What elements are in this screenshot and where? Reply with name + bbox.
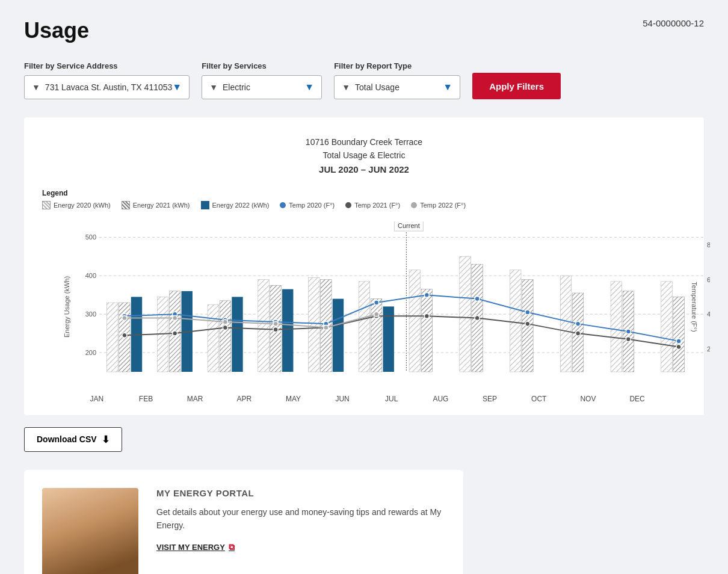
svg-point-62: [173, 331, 177, 336]
svg-rect-22: [208, 304, 218, 372]
svg-point-70: [576, 331, 581, 336]
svg-point-67: [424, 313, 429, 318]
svg-rect-27: [282, 289, 293, 371]
svg-point-61: [122, 333, 127, 338]
svg-rect-32: [371, 298, 381, 371]
svg-point-69: [525, 321, 530, 326]
legend-energy-2021: Energy 2021 (kWh): [122, 201, 190, 209]
filter-bar: Filter by Service Address ▼ 731 Lavaca S…: [24, 61, 704, 99]
legend-temp-2020: Temp 2020 (F°): [280, 201, 335, 209]
month-label: JAN: [73, 395, 121, 403]
portal-content: MY ENERGY PORTAL Get details about your …: [156, 488, 445, 552]
svg-point-73: [122, 315, 127, 320]
svg-point-54: [374, 300, 379, 305]
svg-text:40°: 40°: [707, 310, 710, 318]
legend-energy-2020: Energy 2020 (kWh): [42, 201, 111, 209]
filter-funnel-icon: ▼: [32, 82, 40, 92]
filter-report-type-select[interactable]: ▼ Total Usage ▼: [334, 75, 460, 99]
chevron-down-icon: ▼: [172, 82, 182, 93]
chevron-down-icon-2: ▼: [304, 82, 314, 93]
download-csv-label: Download CSV: [37, 434, 97, 444]
download-csv-button[interactable]: Download CSV ⬇: [24, 427, 122, 452]
filter-funnel-icon-3: ▼: [342, 82, 350, 92]
portal-title: MY ENERGY PORTAL: [156, 488, 445, 498]
month-label: NOV: [564, 395, 612, 403]
page-header: Usage 54-0000000-12: [24, 18, 704, 43]
svg-point-77: [324, 325, 329, 330]
svg-point-60: [676, 339, 681, 344]
y-axis-right-label: Temperature (F°): [690, 282, 697, 332]
filter-report-type-label: Filter by Report Type: [334, 61, 460, 70]
filter-funnel-icon-2: ▼: [209, 82, 218, 92]
svg-point-56: [475, 296, 480, 301]
filter-service-address-group: Filter by Service Address ▼ 731 Lavaca S…: [24, 61, 190, 99]
filter-report-type-group: Filter by Report Type ▼ Total Usage ▼: [334, 61, 460, 99]
portal-card: MY ENERGY PORTAL Get details about your …: [24, 470, 463, 574]
month-label: MAR: [171, 395, 219, 403]
filter-service-address-select[interactable]: ▼ 731 Lavaca St. Austin, TX 411053 ▼: [24, 75, 190, 99]
svg-rect-31: [359, 282, 369, 372]
chart-title-line3: JUL 2020 – JUN 2022: [319, 164, 409, 174]
legend-temp-2022: Temp 2022 (F°): [411, 201, 466, 209]
svg-text:Current: Current: [398, 222, 420, 229]
chart-container: 10716 Boundary Creek Terrace Total Usage…: [24, 117, 704, 415]
svg-point-76: [273, 321, 278, 326]
svg-rect-35: [421, 289, 432, 371]
svg-rect-42: [611, 282, 622, 372]
filter-services-value: Electric: [223, 82, 250, 92]
svg-point-68: [475, 315, 480, 320]
month-label: OCT: [515, 395, 563, 403]
svg-point-71: [626, 336, 631, 341]
y-axis-left-label: Energy Usage (kWh): [63, 276, 70, 338]
filter-service-address-value: 731 Lavaca St. Austin, TX 411053: [45, 82, 172, 92]
svg-rect-30: [333, 298, 344, 371]
chart-title-line2: Total Usage & Electric: [323, 150, 406, 160]
svg-point-58: [576, 321, 581, 326]
svg-point-75: [223, 319, 227, 324]
filter-services-group: Filter by Services ▼ Electric ▼: [202, 61, 322, 99]
account-number: 54-0000000-12: [643, 18, 704, 28]
legend-swatch-energy-2020: [42, 201, 51, 209]
svg-rect-36: [460, 256, 470, 372]
svg-rect-25: [258, 279, 269, 371]
svg-text:500: 500: [85, 233, 96, 241]
svg-point-57: [525, 310, 530, 315]
external-link-icon: ⧉: [229, 542, 235, 552]
filter-services-label: Filter by Services: [202, 61, 322, 70]
chart-title: 10716 Boundary Creek Terrace Total Usage…: [36, 135, 692, 177]
filter-report-type-value: Total Usage: [355, 82, 399, 92]
svg-rect-45: [673, 297, 684, 372]
svg-point-74: [173, 315, 177, 320]
filter-services-select[interactable]: ▼ Electric ▼: [202, 75, 322, 99]
svg-rect-16: [107, 303, 118, 372]
svg-text:200: 200: [85, 349, 96, 356]
chart-area: Energy Usage (kWh) 20030040050080°60°40°…: [36, 221, 692, 392]
svg-point-64: [273, 327, 278, 332]
legend-swatch-energy-2022: [201, 201, 209, 209]
portal-image: [42, 488, 138, 574]
svg-rect-44: [661, 282, 672, 372]
svg-point-63: [223, 325, 227, 330]
legend-energy-2022: Energy 2022 (kWh): [201, 201, 270, 209]
month-label: APR: [220, 395, 268, 403]
portal-link-label: VISIT MY ENERGY: [156, 543, 225, 552]
svg-rect-28: [309, 277, 319, 372]
chart-legend: Legend Energy 2020 (kWh) Energy 2021 (kW…: [36, 189, 692, 209]
svg-rect-38: [510, 270, 521, 371]
filter-service-address-label: Filter by Service Address: [24, 61, 190, 70]
apply-filters-button[interactable]: Apply Filters: [472, 73, 561, 99]
svg-rect-34: [409, 270, 420, 371]
legend-dot-temp-2021: [345, 202, 351, 208]
svg-text:20°: 20°: [707, 345, 710, 352]
svg-text:80°: 80°: [707, 241, 710, 248]
legend-dot-temp-2022: [411, 202, 417, 208]
svg-point-78: [374, 312, 379, 316]
month-label: FEB: [122, 395, 170, 403]
svg-point-55: [424, 292, 429, 297]
visit-my-energy-link[interactable]: VISIT MY ENERGY ⧉: [156, 542, 445, 552]
legend-title: Legend: [42, 189, 692, 197]
chevron-down-icon-3: ▼: [443, 82, 452, 93]
svg-rect-24: [232, 297, 242, 372]
svg-rect-23: [220, 301, 230, 372]
legend-temp-2021: Temp 2021 (F°): [345, 201, 400, 209]
